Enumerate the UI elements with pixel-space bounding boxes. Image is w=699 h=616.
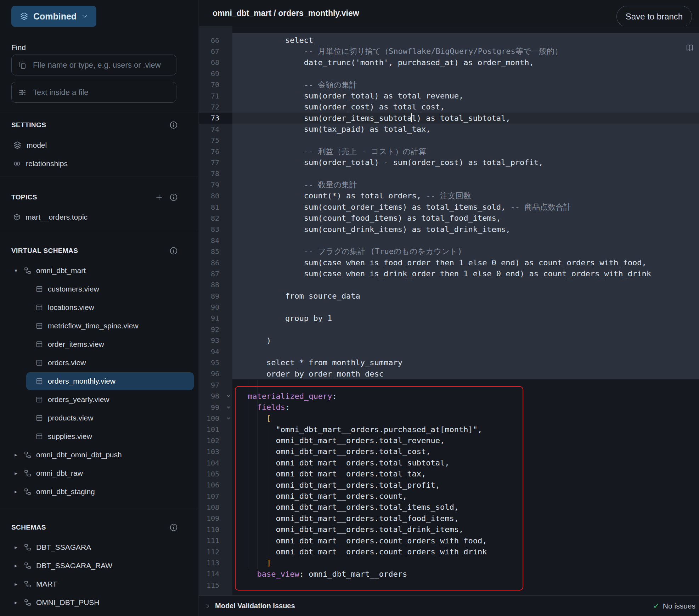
- combined-branch-button[interactable]: Combined: [11, 6, 96, 27]
- code-line-70[interactable]: 70-- 金額の集計: [199, 79, 699, 90]
- view-item-orders_monthly-view[interactable]: orders_monthly.view: [0, 372, 198, 390]
- code-line-104[interactable]: 104omni_dbt_mart__orders.total_subtotal,: [199, 457, 699, 468]
- view-item-locations-view[interactable]: locations.view: [0, 298, 198, 317]
- view-item-supplies-view[interactable]: supplies.view: [0, 427, 198, 446]
- code-line-100[interactable]: 100[: [199, 413, 699, 424]
- code-line-111[interactable]: 111omni_dbt_mart__orders.count_orders_wi…: [199, 535, 699, 546]
- caret-right-icon[interactable]: ▸: [13, 581, 19, 587]
- docs-book-icon[interactable]: [685, 43, 695, 52]
- schema-omni_dbt_staging[interactable]: ▸omni_dbt_staging: [0, 482, 198, 501]
- code-line-80[interactable]: 80count(*) as total_orders, -- 注文回数: [199, 190, 699, 201]
- caret-right-icon[interactable]: ▸: [13, 599, 19, 606]
- caret-right-icon[interactable]: ▸: [13, 470, 19, 476]
- code-line-101[interactable]: 101"omni_dbt_mart__orders.purchased_at[m…: [199, 424, 699, 435]
- code-line-92[interactable]: 92: [199, 324, 699, 335]
- code-line-67[interactable]: 67-- 月単位に切り捨て（Snowflake/BigQuery/Postgre…: [199, 46, 699, 57]
- schema-DBT_SSAGARA_RAW[interactable]: ▸DBT_SSAGARA_RAW: [0, 556, 198, 575]
- code-line-113[interactable]: 113]: [199, 557, 699, 568]
- info-icon[interactable]: [169, 246, 178, 255]
- code-line-68[interactable]: 68date_trunc('month', purchased_at) as o…: [199, 57, 699, 68]
- info-icon[interactable]: [169, 193, 178, 202]
- caret-right-icon[interactable]: ▸: [13, 488, 19, 495]
- code-line-content: sum(order_cost) as total_cost,: [232, 101, 699, 112]
- code-line-69[interactable]: 69: [199, 68, 699, 79]
- code-line-97[interactable]: 97: [199, 379, 699, 390]
- caret-right-icon[interactable]: ▸: [13, 563, 19, 569]
- fold-chevron-icon[interactable]: [226, 416, 231, 421]
- model-validation-issues-toggle[interactable]: Model Validation Issues: [204, 602, 295, 610]
- code-line-74[interactable]: 74sum(tax_paid) as total_tax,: [199, 124, 699, 135]
- tree-icon: [24, 599, 32, 606]
- code-line-87[interactable]: 87sum(case when is_drink_order then 1 el…: [199, 268, 699, 279]
- code-line-109[interactable]: 109omni_dbt_mart__orders.total_food_item…: [199, 513, 699, 524]
- code-line-85[interactable]: 85-- フラグの集計 (Trueのものをカウント): [199, 246, 699, 257]
- code-line-78[interactable]: 78: [199, 168, 699, 179]
- code-line-79[interactable]: 79-- 数量の集計: [199, 179, 699, 190]
- line-number: 68: [199, 57, 232, 68]
- line-number: 106: [199, 480, 232, 491]
- code-line-94[interactable]: 94: [199, 346, 699, 357]
- code-editor[interactable]: 66select67-- 月単位に切り捨て（Snowflake/BigQuery…: [199, 26, 699, 595]
- view-item-products-view[interactable]: products.view: [0, 409, 198, 427]
- code-line-112[interactable]: 112omni_dbt_mart__orders.count_orders_wi…: [199, 546, 699, 557]
- code-line-93[interactable]: 93): [199, 335, 699, 346]
- fold-chevron-icon[interactable]: [226, 405, 231, 410]
- code-line-114[interactable]: 114base_view: omni_dbt_mart__orders: [199, 569, 699, 580]
- code-line-107[interactable]: 107omni_dbt_mart__orders.count,: [199, 491, 699, 502]
- fold-chevron-icon[interactable]: [226, 393, 231, 399]
- caret-down-icon[interactable]: ▾: [13, 267, 19, 274]
- code-line-86[interactable]: 86sum(case when is_food_order then 1 els…: [199, 257, 699, 268]
- code-line-90[interactable]: 90: [199, 301, 699, 312]
- schema-DBT_SSAGARA[interactable]: ▸DBT_SSAGARA: [0, 538, 198, 556]
- info-icon[interactable]: [169, 120, 178, 130]
- code-line-99[interactable]: 99fields:: [199, 402, 699, 413]
- save-to-branch-button[interactable]: Save to branch: [616, 6, 692, 27]
- code-line-83[interactable]: 83sum(count_drink_items) as total_drink_…: [199, 224, 699, 235]
- code-line-91[interactable]: 91group by 1: [199, 313, 699, 324]
- text-search-input[interactable]: [32, 87, 170, 97]
- schema-omni_dbt_omni_dbt_push[interactable]: ▸omni_dbt_omni_dbt_push: [0, 446, 198, 464]
- code-line-76[interactable]: 76-- 利益（売上 - コスト）の計算: [199, 146, 699, 157]
- code-line-75[interactable]: 75: [199, 135, 699, 146]
- view-item-metricflow_time_spine-view[interactable]: metricflow_time_spine.view: [0, 317, 198, 335]
- code-line-content: sum(case when is_drink_order then 1 else…: [232, 268, 699, 279]
- view-item-orders-view[interactable]: orders.view: [0, 354, 198, 372]
- schema-omni_dbt_mart[interactable]: ▾omni_dbt_mart: [0, 261, 198, 280]
- sidebar-item-model[interactable]: model: [0, 136, 198, 154]
- code-line-81[interactable]: 81sum(count_order_items) as total_items_…: [199, 202, 699, 213]
- info-icon[interactable]: [169, 523, 178, 532]
- view-item-order_items-view[interactable]: order_items.view: [0, 335, 198, 354]
- code-line-77[interactable]: 77sum(order_total) - sum(order_cost) as …: [199, 157, 699, 168]
- code-line-103[interactable]: 103omni_dbt_mart__orders.total_cost,: [199, 446, 699, 457]
- code-line-84[interactable]: 84: [199, 235, 699, 246]
- line-number: 77: [199, 157, 232, 168]
- schema-MART[interactable]: ▸MART: [0, 575, 198, 593]
- caret-right-icon[interactable]: ▸: [13, 452, 19, 458]
- code-line-73[interactable]: 73sum(order_items_subtotal) as total_sub…: [199, 113, 699, 124]
- code-line-115[interactable]: 115: [199, 580, 699, 590]
- table-icon: [35, 414, 43, 422]
- code-line-102[interactable]: 102omni_dbt_mart__orders.total_revenue,: [199, 435, 699, 446]
- code-line-88[interactable]: 88: [199, 279, 699, 290]
- schema-OMNI_DBT_PUSH[interactable]: ▸OMNI_DBT_PUSH: [0, 593, 198, 612]
- sidebar-item-relationships[interactable]: relationships: [0, 154, 198, 173]
- code-line-71[interactable]: 71sum(order_total) as total_revenue,: [199, 90, 699, 101]
- code-line-98[interactable]: 98materialized_query:: [199, 391, 699, 402]
- file-search-input[interactable]: [32, 60, 170, 70]
- code-line-72[interactable]: 72sum(order_cost) as total_cost,: [199, 101, 699, 112]
- code-line-66[interactable]: 66select: [199, 35, 699, 46]
- code-line-96[interactable]: 96order by order_month desc: [199, 368, 699, 379]
- caret-right-icon[interactable]: ▸: [13, 544, 19, 550]
- view-item-orders_yearly-view[interactable]: orders_yearly.view: [0, 390, 198, 409]
- code-line-89[interactable]: 89from source_data: [199, 290, 699, 301]
- code-line-106[interactable]: 106omni_dbt_mart__orders.total_profit,: [199, 480, 699, 491]
- schema-omni_dbt_raw[interactable]: ▸omni_dbt_raw: [0, 464, 198, 482]
- plus-icon[interactable]: [155, 193, 163, 202]
- code-line-108[interactable]: 108omni_dbt_mart__orders.total_items_sol…: [199, 502, 699, 513]
- view-item-customers-view[interactable]: customers.view: [0, 280, 198, 298]
- sidebar-item-topic[interactable]: mart__orders.topic: [0, 208, 198, 226]
- code-line-110[interactable]: 110omni_dbt_mart__orders.total_drink_ite…: [199, 524, 699, 535]
- code-line-95[interactable]: 95select * from monthly_summary: [199, 357, 699, 368]
- code-line-82[interactable]: 82sum(count_food_items) as total_food_it…: [199, 213, 699, 224]
- code-line-105[interactable]: 105omni_dbt_mart__orders.total_tax,: [199, 468, 699, 479]
